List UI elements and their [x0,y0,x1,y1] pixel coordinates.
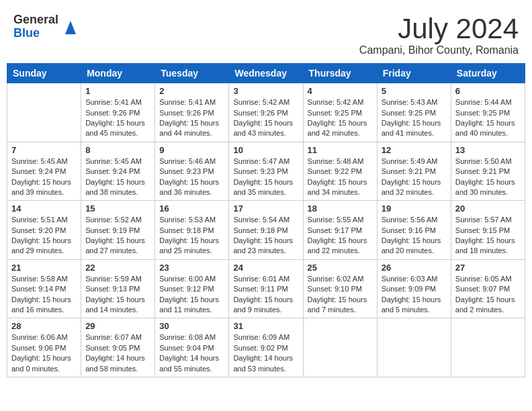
calendar-day-cell [451,318,525,377]
day-info: Sunrise: 5:53 AM Sunset: 9:18 PM Dayligh… [159,215,224,257]
calendar-day-cell: 26Sunrise: 6:03 AM Sunset: 9:09 PM Dayli… [377,259,451,318]
day-number: 6 [455,86,521,96]
logo-general-text: General [13,13,58,27]
calendar-day-cell: 29Sunrise: 6:07 AM Sunset: 9:05 PM Dayli… [81,318,155,377]
day-number: 18 [308,203,373,214]
day-number: 20 [455,203,521,214]
day-info: Sunrise: 6:05 AM Sunset: 9:07 PM Dayligh… [455,274,521,316]
calendar-day-cell: 5Sunrise: 5:43 AM Sunset: 9:25 PM Daylig… [377,83,451,142]
calendar-day-cell [7,83,81,142]
calendar-day-cell: 6Sunrise: 5:44 AM Sunset: 9:25 PM Daylig… [451,83,525,142]
day-info: Sunrise: 6:07 AM Sunset: 9:05 PM Dayligh… [85,332,150,374]
calendar-day-cell [377,318,451,377]
day-of-week-header: Friday [377,64,451,83]
day-number: 15 [85,203,150,214]
calendar-week-row: 28Sunrise: 6:06 AM Sunset: 9:06 PM Dayli… [7,318,525,377]
location-title: Campani, Bihor County, Romania [359,44,519,56]
day-info: Sunrise: 5:55 AM Sunset: 9:17 PM Dayligh… [308,215,373,257]
title-area: July 2024 Campani, Bihor County, Romania [359,13,519,56]
calendar-day-cell: 8Sunrise: 5:45 AM Sunset: 9:24 PM Daylig… [81,142,155,201]
calendar-day-cell: 2Sunrise: 5:41 AM Sunset: 9:26 PM Daylig… [155,83,229,142]
logo-blue-text: Blue [13,27,58,40]
day-number: 26 [382,263,447,273]
calendar-day-cell: 15Sunrise: 5:52 AM Sunset: 9:19 PM Dayli… [81,201,155,260]
day-info: Sunrise: 5:43 AM Sunset: 9:25 PM Dayligh… [382,97,447,139]
day-info: Sunrise: 5:49 AM Sunset: 9:21 PM Dayligh… [382,156,447,198]
calendar-day-cell: 23Sunrise: 6:00 AM Sunset: 9:12 PM Dayli… [155,259,229,318]
calendar-day-cell: 4Sunrise: 5:42 AM Sunset: 9:25 PM Daylig… [303,83,377,142]
day-info: Sunrise: 5:59 AM Sunset: 9:13 PM Dayligh… [85,274,150,316]
day-number: 14 [11,203,77,214]
calendar-day-cell: 19Sunrise: 5:56 AM Sunset: 9:16 PM Dayli… [377,201,451,260]
day-number: 3 [233,86,298,96]
day-number: 23 [159,263,224,273]
calendar-header-row: SundayMondayTuesdayWednesdayThursdayFrid… [7,64,525,83]
day-number: 31 [233,321,298,331]
calendar-day-cell: 28Sunrise: 6:06 AM Sunset: 9:06 PM Dayli… [7,318,81,377]
calendar-day-cell: 1Sunrise: 5:41 AM Sunset: 9:26 PM Daylig… [81,83,155,142]
day-info: Sunrise: 6:02 AM Sunset: 9:10 PM Dayligh… [308,274,373,316]
calendar-day-cell: 14Sunrise: 5:51 AM Sunset: 9:20 PM Dayli… [7,201,81,260]
calendar-week-row: 21Sunrise: 5:58 AM Sunset: 9:14 PM Dayli… [7,259,525,318]
day-number: 30 [159,321,224,331]
calendar-day-cell: 31Sunrise: 6:09 AM Sunset: 9:02 PM Dayli… [229,318,303,377]
day-info: Sunrise: 5:57 AM Sunset: 9:15 PM Dayligh… [455,215,521,257]
day-number: 19 [382,203,447,214]
calendar-day-cell: 18Sunrise: 5:55 AM Sunset: 9:17 PM Dayli… [303,201,377,260]
month-title: July 2024 [359,13,519,44]
day-number: 1 [85,86,150,96]
day-number: 8 [85,145,150,155]
day-info: Sunrise: 5:50 AM Sunset: 9:21 PM Dayligh… [455,156,521,198]
day-number: 24 [233,263,298,273]
day-of-week-header: Sunday [7,64,81,83]
day-number: 5 [382,86,447,96]
calendar-day-cell [303,318,377,377]
day-number: 9 [159,145,224,155]
calendar-day-cell: 24Sunrise: 6:01 AM Sunset: 9:11 PM Dayli… [229,259,303,318]
calendar-week-row: 1Sunrise: 5:41 AM Sunset: 9:26 PM Daylig… [7,83,525,142]
calendar-day-cell: 13Sunrise: 5:50 AM Sunset: 9:21 PM Dayli… [451,142,525,201]
page-header: General Blue July 2024 Campani, Bihor Co… [7,7,525,60]
day-of-week-header: Monday [81,64,155,83]
calendar-day-cell: 9Sunrise: 5:46 AM Sunset: 9:23 PM Daylig… [155,142,229,201]
logo-icon [64,19,77,34]
day-info: Sunrise: 5:48 AM Sunset: 9:22 PM Dayligh… [308,156,373,198]
day-info: Sunrise: 6:03 AM Sunset: 9:09 PM Dayligh… [382,274,447,316]
svg-marker-0 [65,21,76,34]
calendar-day-cell: 27Sunrise: 6:05 AM Sunset: 9:07 PM Dayli… [451,259,525,318]
day-info: Sunrise: 6:01 AM Sunset: 9:11 PM Dayligh… [233,274,298,316]
calendar-day-cell: 17Sunrise: 5:54 AM Sunset: 9:18 PM Dayli… [229,201,303,260]
calendar-day-cell: 12Sunrise: 5:49 AM Sunset: 9:21 PM Dayli… [377,142,451,201]
calendar-week-row: 14Sunrise: 5:51 AM Sunset: 9:20 PM Dayli… [7,201,525,260]
day-of-week-header: Saturday [451,64,525,83]
calendar-day-cell: 25Sunrise: 6:02 AM Sunset: 9:10 PM Dayli… [303,259,377,318]
calendar-day-cell: 11Sunrise: 5:48 AM Sunset: 9:22 PM Dayli… [303,142,377,201]
day-info: Sunrise: 5:58 AM Sunset: 9:14 PM Dayligh… [11,274,77,316]
day-info: Sunrise: 5:45 AM Sunset: 9:24 PM Dayligh… [11,156,77,198]
day-number: 11 [308,145,373,155]
calendar-day-cell: 21Sunrise: 5:58 AM Sunset: 9:14 PM Dayli… [7,259,81,318]
day-info: Sunrise: 5:41 AM Sunset: 9:26 PM Dayligh… [85,97,150,139]
calendar-day-cell: 10Sunrise: 5:47 AM Sunset: 9:23 PM Dayli… [229,142,303,201]
day-number: 25 [308,263,373,273]
day-info: Sunrise: 5:41 AM Sunset: 9:26 PM Dayligh… [159,97,224,139]
calendar-day-cell: 3Sunrise: 5:42 AM Sunset: 9:26 PM Daylig… [229,83,303,142]
day-number: 22 [85,263,150,273]
day-info: Sunrise: 6:09 AM Sunset: 9:02 PM Dayligh… [233,332,298,374]
day-info: Sunrise: 5:44 AM Sunset: 9:25 PM Dayligh… [455,97,521,139]
day-of-week-header: Thursday [303,64,377,83]
day-number: 4 [308,86,373,96]
day-info: Sunrise: 5:45 AM Sunset: 9:24 PM Dayligh… [85,156,150,198]
day-info: Sunrise: 5:51 AM Sunset: 9:20 PM Dayligh… [11,215,77,257]
calendar-day-cell: 30Sunrise: 6:08 AM Sunset: 9:04 PM Dayli… [155,318,229,377]
day-number: 13 [455,145,521,155]
day-number: 27 [455,263,521,273]
day-number: 10 [233,145,298,155]
day-info: Sunrise: 6:00 AM Sunset: 9:12 PM Dayligh… [159,274,224,316]
day-number: 12 [382,145,447,155]
day-number: 16 [159,203,224,214]
day-info: Sunrise: 5:47 AM Sunset: 9:23 PM Dayligh… [233,156,298,198]
calendar-table: SundayMondayTuesdayWednesdayThursdayFrid… [7,63,525,377]
calendar-day-cell: 7Sunrise: 5:45 AM Sunset: 9:24 PM Daylig… [7,142,81,201]
calendar-day-cell: 20Sunrise: 5:57 AM Sunset: 9:15 PM Dayli… [451,201,525,260]
